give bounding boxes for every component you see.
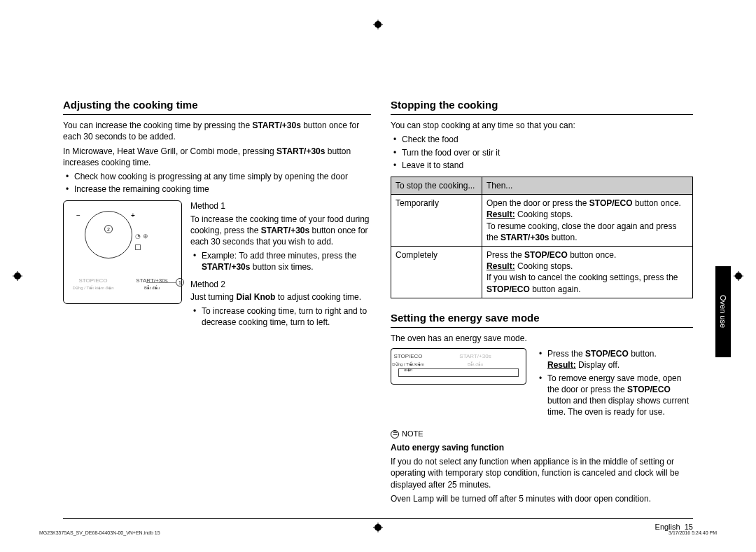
heading-adjusting: Adjusting the cooking time bbox=[63, 98, 371, 115]
col-left: Adjusting the cooking time You can incre… bbox=[63, 98, 371, 507]
adj-bullet-2: Increase the remaining cooking time bbox=[63, 184, 371, 195]
th-stop: To stop the cooking... bbox=[391, 177, 482, 195]
method2-text: Just turning Dial Knob to adjust cooking… bbox=[190, 291, 371, 303]
col-right: Stopping the cooking You can stop cookin… bbox=[391, 98, 693, 507]
dial-icon bbox=[85, 211, 132, 258]
method1-example: Example: To add three minutes, press the… bbox=[190, 250, 371, 272]
note-heading: ☰ NOTE bbox=[391, 429, 693, 439]
reg-mark-right bbox=[734, 271, 743, 281]
footer-file: MG23K3575AS_SV_DE68-04403N-00_VN+EN.indb… bbox=[39, 530, 160, 535]
note-p2: Oven Lamp will be turned off after 5 min… bbox=[391, 493, 693, 504]
heading-energy: Setting the energy save mode bbox=[391, 311, 693, 328]
efig-start-sub: Bắt đầu bbox=[458, 361, 492, 367]
method1-heading: Method 1 bbox=[190, 200, 371, 212]
adj-p2: In Microwave, Heat Wave Grill, or Combi … bbox=[63, 146, 371, 168]
td-temporarily: Temporarily bbox=[391, 195, 482, 247]
footer-date: 3/17/2016 5:24:40 PM bbox=[668, 530, 717, 535]
note-label: NOTE bbox=[402, 429, 424, 439]
stop-intro: You can stop cooking at any time so that… bbox=[391, 120, 693, 131]
stop-b1: Check the food bbox=[391, 134, 693, 145]
start-sub: Bắt đầu bbox=[122, 285, 181, 291]
stop-b2: Turn the food over or stir it bbox=[391, 147, 693, 158]
stop-eco-label: STOP/ECO bbox=[64, 277, 122, 285]
td-completely: Completely bbox=[391, 246, 482, 298]
note-icon: ☰ bbox=[391, 430, 399, 439]
mode-icons: ◔ ⊕ bbox=[135, 232, 148, 240]
energy-intro: The oven has an energy save mode. bbox=[391, 333, 693, 344]
start-label: START/+30s bbox=[122, 277, 181, 285]
reg-mark-bottom bbox=[373, 523, 383, 532]
adj-bullet-1: Check how cooking is progressing at any … bbox=[63, 171, 371, 182]
td-temp-steps: Open the door or press the STOP/ECO butt… bbox=[482, 195, 693, 247]
method2-heading: Method 2 bbox=[190, 279, 371, 290]
side-tab: Oven use bbox=[715, 266, 731, 357]
control-panel-figure: − + 2 ◔ ⊕ STOP/ECO Dừng / Tiết kiệm điện… bbox=[63, 200, 182, 304]
efig-start: START/+30s bbox=[458, 353, 492, 361]
energy-b2: To remove energy save mode, open the doo… bbox=[536, 373, 693, 418]
footer-rule bbox=[63, 518, 693, 519]
callout-1: 1 bbox=[176, 278, 184, 287]
side-tab-label: Oven use bbox=[719, 295, 727, 328]
leader-line-1 bbox=[146, 282, 176, 283]
reg-mark-top bbox=[373, 20, 383, 29]
energy-figure: STOP/ECODừng / Tiết kiệm điện START/+30s… bbox=[391, 348, 526, 385]
stop-table: To stop the cooking... Then... Temporari… bbox=[391, 177, 693, 298]
method2-bullet: To increase cooking time, turn to right … bbox=[190, 305, 371, 328]
plus-icon: + bbox=[131, 211, 135, 221]
td-comp-steps: Press the STOP/ECO button once. Result: … bbox=[482, 246, 693, 298]
note-p1: If you do not select any function when a… bbox=[391, 456, 693, 490]
efig-stop: STOP/ECO bbox=[391, 353, 425, 361]
display-bar-icon bbox=[398, 368, 519, 377]
adj-p1: You can increase the cooking time by pre… bbox=[63, 120, 371, 142]
reg-mark-left bbox=[13, 271, 22, 281]
note-title: Auto energy saving function bbox=[391, 442, 693, 453]
stop-b3: Leave it to stand bbox=[391, 160, 693, 171]
energy-b1: Press the STOP/ECO button. Result: Displ… bbox=[536, 348, 693, 371]
minus-icon: − bbox=[76, 211, 80, 221]
method1-text: To increase the cooking time of your foo… bbox=[190, 214, 371, 248]
th-then: Then... bbox=[482, 177, 693, 195]
square-icon bbox=[135, 244, 141, 250]
stop-eco-sub: Dừng / Tiết kiệm điện bbox=[64, 285, 122, 291]
heading-stopping: Stopping the cooking bbox=[391, 98, 693, 115]
